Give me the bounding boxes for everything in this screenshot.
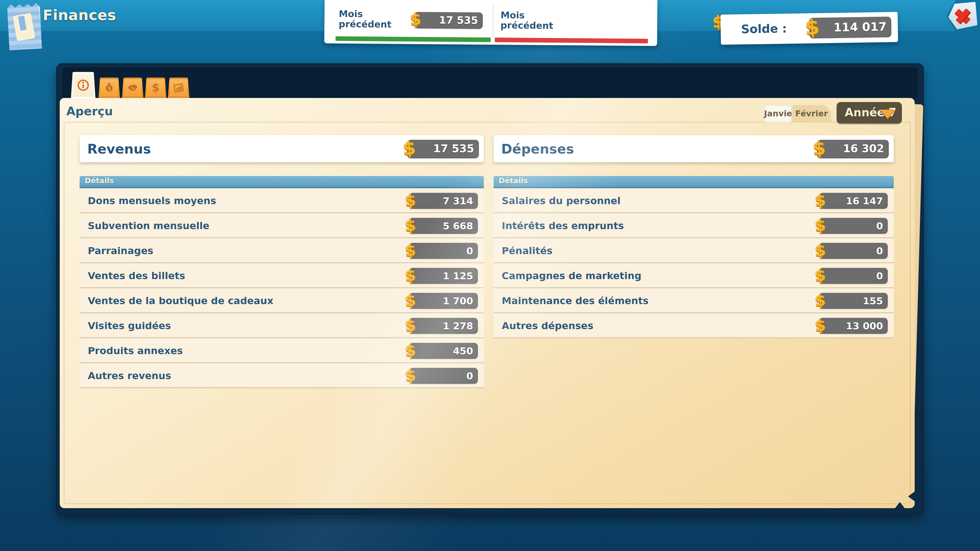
balance-value: 114 017: [833, 20, 886, 34]
value-pill: $0: [819, 268, 888, 284]
expense-row: Pénalités $0: [493, 238, 894, 263]
dollar-icon: $: [812, 137, 826, 159]
dollar-icon: $: [404, 291, 417, 310]
expense-row: Maintenance des éléments $155: [493, 288, 894, 313]
income-card: Revenus $ 17 535: [80, 135, 484, 162]
overview-sheet: Aperçu Janvier Février Année 7 Revenus $…: [60, 98, 915, 508]
income-row: Ventes des billets $1 125: [80, 263, 484, 288]
expenses-card: Dépenses $ 16 302: [493, 135, 894, 162]
dollar-icon: $: [402, 137, 416, 159]
income-total-value: 17 535: [433, 143, 474, 155]
expense-red-bar: [495, 38, 648, 43]
expenses-details-header: Détails: [493, 176, 894, 188]
tab-loans[interactable]: $: [145, 78, 166, 98]
value-pill: $5 668: [409, 218, 478, 233]
chevron-down-icon: [880, 110, 895, 118]
previous-month-summary: Mois précédent $ 17 535 Mois précédent $…: [325, 0, 657, 46]
money-bag-icon: $: [103, 82, 115, 94]
income-row: Subvention mensuelle $5 668: [80, 213, 484, 238]
balance-pill: $ 114 017: [809, 17, 891, 38]
value-pill: $0: [409, 243, 478, 259]
income-row: Autres revenus $0: [80, 363, 484, 388]
dollar-icon: $: [814, 316, 826, 335]
info-icon: [76, 79, 90, 92]
income-green-bar: [336, 36, 491, 42]
expense-row: Salaires du personnel $16 147: [493, 188, 894, 213]
value-pill: $155: [819, 293, 888, 309]
expense-row: Autres dépenses $13 000: [493, 313, 894, 338]
value-pill: $1 278: [409, 318, 478, 333]
tab-sponsorships[interactable]: [122, 78, 143, 98]
dollar-icon: $: [804, 15, 820, 39]
tab-strip: [62, 67, 918, 99]
handshake-icon: [127, 82, 139, 94]
finances-panel: $ $ Aperçu: [56, 63, 924, 514]
dollar-icon: $: [409, 9, 422, 29]
tab-donations[interactable]: $: [99, 78, 120, 98]
income-total-pill: $ 17 535: [407, 140, 479, 158]
value-pill: $16 147: [819, 193, 888, 209]
expenses-total-value: 16 302: [843, 143, 884, 155]
dollar-icon: $: [814, 265, 826, 285]
balance-box: Solde : $ 114 017: [721, 12, 898, 45]
previous-month-expense: Mois précédent $ -16 302: [493, 0, 657, 46]
income-column: Revenus $ 17 535 Détails Dons mensuels m…: [80, 135, 484, 388]
expenses-total-pill: $ 16 302: [817, 140, 889, 158]
dollar-icon: $: [814, 241, 826, 260]
income-row: Visites guidées $1 278: [80, 313, 484, 338]
value-pill: $7 314: [409, 193, 478, 209]
dollar-icon: $: [814, 191, 826, 210]
value-pill: $1 125: [409, 268, 478, 284]
panel-right-notch: [908, 491, 916, 502]
dollar-icon: $: [404, 191, 417, 210]
month-button-janvier[interactable]: Janvier: [764, 105, 792, 122]
dollar-icon: $: [814, 216, 826, 235]
previous-month-income: Mois précédent $ 17 535: [325, 0, 493, 44]
balance-label: Solde :: [741, 22, 787, 36]
month-button-fevrier[interactable]: Février: [792, 105, 831, 122]
value-pill: $0: [819, 218, 888, 233]
svg-text:$: $: [107, 86, 111, 91]
tab-overview[interactable]: [71, 72, 95, 98]
income-row: Ventes de la boutique de cadeaux $1 700: [80, 288, 484, 313]
value-pill: $13 000: [819, 318, 888, 333]
dollar-icon: $: [404, 241, 417, 260]
dollar-icon: $: [150, 82, 162, 94]
panel-bottom-notch: [894, 502, 905, 509]
prev-expense-label-2: précédent: [501, 20, 553, 31]
finances-screen: Finances Mois précédent $ 17 535 Mois pr…: [0, 0, 980, 551]
prev-income-label-2: précédent: [339, 19, 391, 30]
expense-row: Campagnes de marketing $0: [493, 263, 894, 288]
value-pill: $1 700: [409, 293, 478, 309]
dollar-icon: $: [404, 341, 417, 360]
year-dropdown[interactable]: Année 7: [837, 102, 902, 124]
finances-ticket-icon: [7, 3, 42, 50]
dollar-icon: $: [814, 291, 826, 310]
income-details-header: Détails: [80, 176, 484, 188]
income-title: Revenus: [87, 141, 151, 157]
income-row: Dons mensuels moyens $7 314: [80, 188, 484, 213]
expense-row: Intérêts des emprunts $0: [493, 213, 894, 238]
prev-expense-label-1: Mois: [501, 10, 553, 21]
bar-chart-icon: [172, 82, 185, 94]
panel-title: Aperçu: [66, 105, 113, 118]
tab-history[interactable]: [168, 78, 189, 98]
income-row: Parrainages $0: [80, 238, 484, 263]
prev-income-label-1: Mois: [339, 9, 391, 19]
svg-text:$: $: [152, 82, 159, 94]
expenses-title: Dépenses: [501, 141, 574, 157]
expenses-column: Dépenses $ 16 302 Détails Salaires du pe…: [493, 135, 894, 338]
value-pill: $0: [819, 243, 888, 259]
dollar-icon: $: [404, 365, 417, 385]
prev-income-value: 17 535: [439, 14, 478, 27]
page-title: Finances: [43, 6, 116, 24]
dollar-icon: $: [404, 316, 417, 335]
value-pill: $0: [409, 368, 478, 384]
value-pill: $450: [409, 343, 478, 359]
dollar-icon: $: [404, 265, 417, 285]
prev-income-pill: $ 17 535: [414, 12, 483, 29]
income-row: Produits annexes $450: [80, 338, 484, 363]
dollar-icon: $: [404, 216, 417, 235]
